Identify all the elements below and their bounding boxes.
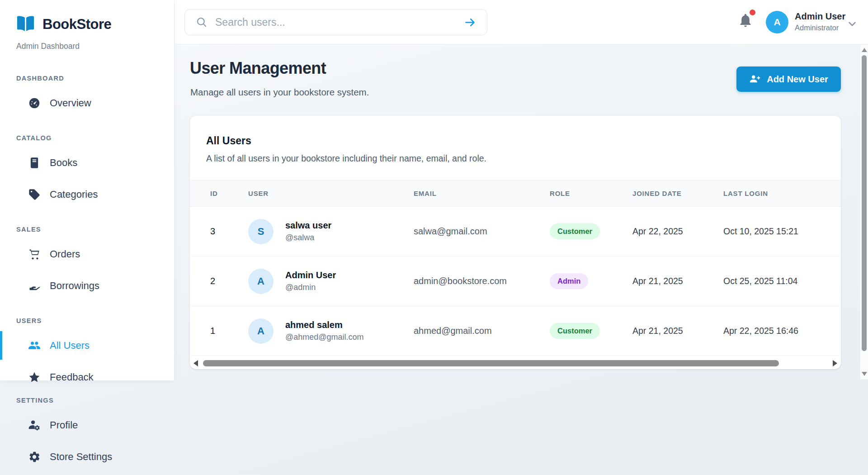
- table-row[interactable]: 2 A Admin User @admin admin@bookstore.co…: [190, 256, 841, 306]
- scroll-up-arrow-icon[interactable]: [862, 48, 867, 52]
- gauge-icon: [28, 97, 41, 109]
- search-bar[interactable]: [184, 9, 487, 35]
- brand-subtitle: Admin Dashboard: [16, 42, 174, 51]
- role-badge: Customer: [550, 323, 600, 339]
- table-header-row: ID USER EMAIL ROLE JOINED DATE LAST LOGI…: [190, 180, 841, 207]
- role-badge: Admin: [550, 273, 588, 289]
- hand-holding-icon: [28, 280, 41, 292]
- col-header-id: ID: [210, 190, 248, 197]
- sidebar-panel: BookStore Admin Dashboard DASHBOARD Over…: [0, 0, 175, 380]
- brand-name: BookStore: [42, 16, 111, 33]
- user-email: admin@bookstore.com: [414, 276, 550, 286]
- gear-icon: [28, 451, 41, 463]
- sidebar-item-label: Profile: [50, 419, 78, 431]
- user-handle: @salwa: [285, 233, 331, 242]
- sidebar-section-settings: SETTINGS: [16, 397, 175, 404]
- joined-date: Apr 22, 2025: [632, 226, 723, 237]
- sidebar-item-label: Orders: [50, 248, 80, 260]
- chevron-down-icon[interactable]: [846, 18, 858, 30]
- col-header-user: USER: [248, 190, 414, 197]
- last-login: Oct 25, 2025 11:04: [723, 276, 841, 286]
- user-id: 1: [210, 326, 248, 336]
- add-new-user-label: Add New User: [767, 74, 828, 85]
- sidebar-item-orders[interactable]: Orders: [28, 244, 174, 265]
- tag-icon: [28, 188, 41, 201]
- page-subtitle: Manage all users in your bookstore syste…: [190, 87, 369, 98]
- sidebar-item-books[interactable]: Books: [28, 152, 174, 173]
- user-name: Admin User: [795, 11, 845, 22]
- user-plus-icon: [749, 73, 761, 85]
- notification-dot: [750, 10, 755, 15]
- sidebar-item-label: All Users: [50, 340, 90, 352]
- search-submit-arrow-icon[interactable]: [464, 16, 476, 28]
- col-header-joined: JOINED DATE: [632, 190, 723, 197]
- notifications-button[interactable]: [738, 12, 755, 30]
- vertical-scrollbar[interactable]: [860, 45, 868, 379]
- scroll-down-arrow-icon[interactable]: [862, 372, 867, 376]
- search-icon: [196, 16, 208, 28]
- sidebar-item-store-settings[interactable]: Store Settings: [28, 446, 175, 467]
- user-id: 2: [210, 276, 248, 286]
- users-icon: [28, 339, 41, 352]
- avatar: A: [248, 318, 274, 344]
- card-description: A list of all users in your bookstore in…: [206, 153, 841, 164]
- joined-date: Apr 21, 2025: [632, 276, 723, 286]
- scroll-right-arrow-icon[interactable]: [833, 360, 837, 366]
- horizontal-scrollbar-thumb[interactable]: [203, 360, 779, 366]
- joined-date: Apr 21, 2025: [632, 326, 723, 336]
- table-row[interactable]: 3 S salwa user @salwa salwa@gmail.com Cu…: [190, 207, 841, 256]
- user-menu[interactable]: Admin User Administrator: [795, 11, 845, 32]
- brand-logo[interactable]: BookStore: [0, 0, 174, 35]
- sidebar: BookStore Admin Dashboard DASHBOARD Over…: [0, 0, 175, 475]
- add-new-user-button[interactable]: Add New User: [736, 66, 841, 92]
- page-title: User Management: [190, 59, 326, 78]
- scroll-left-arrow-icon[interactable]: [193, 360, 198, 366]
- last-login: Oct 10, 2025 15:21: [723, 226, 841, 237]
- open-book-logo-icon: [15, 14, 36, 35]
- sidebar-item-all-users[interactable]: All Users: [28, 335, 174, 356]
- role-badge: Customer: [550, 223, 600, 239]
- user-email: ahmed@gmail.com: [414, 326, 550, 336]
- horizontal-scrollbar[interactable]: [193, 360, 837, 367]
- sidebar-item-label: Overview: [50, 97, 91, 109]
- user-gear-icon: [28, 419, 41, 432]
- sidebar-item-profile[interactable]: Profile: [28, 415, 175, 436]
- col-header-email: EMAIL: [414, 190, 550, 197]
- user-handle: @admin: [285, 283, 336, 292]
- user-avatar[interactable]: A: [766, 11, 788, 33]
- sidebar-item-label: Categories: [50, 189, 98, 200]
- sidebar-item-borrowings[interactable]: Borrowings: [28, 276, 174, 296]
- sidebar-settings-group: SETTINGS Profile Store Settings: [0, 380, 175, 467]
- sidebar-item-label: Store Settings: [50, 451, 112, 463]
- sidebar-section-catalog: CATALOG: [16, 134, 174, 142]
- user-name: Admin User: [285, 270, 336, 280]
- avatar: S: [248, 219, 274, 244]
- cart-icon: [28, 248, 41, 261]
- search-input[interactable]: [215, 16, 456, 28]
- sidebar-item-overview[interactable]: Overview: [28, 93, 174, 114]
- table-row[interactable]: 1 A ahmed salem @ahmed@gmail.com ahmed@g…: [190, 306, 841, 356]
- user-role: Administrator: [795, 24, 845, 32]
- sidebar-item-categories[interactable]: Categories: [28, 184, 174, 205]
- user-email: salwa@gmail.com: [414, 226, 550, 237]
- avatar: A: [248, 269, 274, 294]
- sidebar-item-label: Borrowings: [50, 280, 99, 292]
- col-header-last-login: LAST LOGIN: [723, 190, 841, 197]
- sidebar-section-sales: SALES: [16, 226, 174, 233]
- card-title: All Users: [206, 135, 841, 147]
- vertical-scrollbar-thumb[interactable]: [862, 55, 867, 351]
- user-id: 3: [210, 226, 248, 237]
- last-login: Apr 22, 2025 16:46: [723, 326, 841, 336]
- sidebar-item-label: Books: [50, 157, 77, 169]
- user-name: ahmed salem: [285, 320, 364, 330]
- all-users-card: All Users A list of all users in your bo…: [190, 116, 841, 369]
- book-icon: [28, 157, 41, 169]
- col-header-role: ROLE: [550, 190, 632, 197]
- user-handle: @ahmed@gmail.com: [285, 332, 364, 342]
- user-name: salwa user: [285, 220, 331, 231]
- sidebar-section-dashboard: DASHBOARD: [16, 75, 174, 82]
- sidebar-section-users: USERS: [16, 317, 174, 324]
